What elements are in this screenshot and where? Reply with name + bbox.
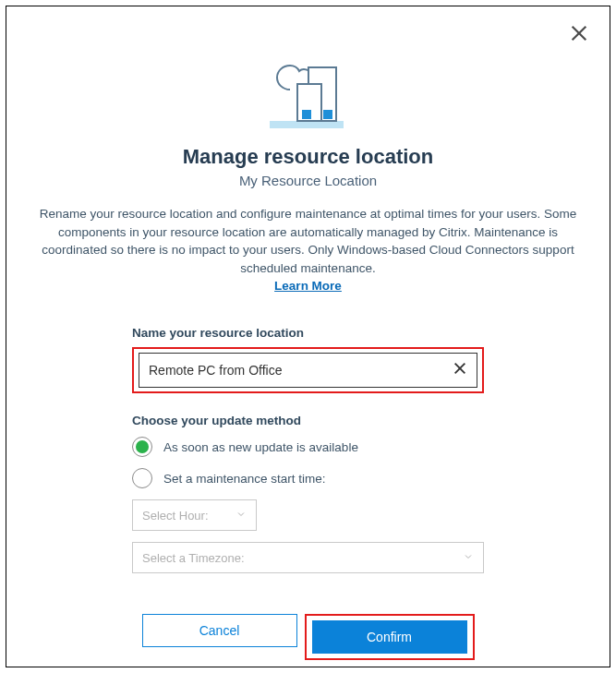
dialog-subtitle: My Resource Location — [29, 173, 587, 188]
dialog-description: Rename your resource location and config… — [29, 205, 587, 277]
manage-resource-location-dialog: Manage resource location My Resource Loc… — [6, 6, 610, 667]
name-input-wrap — [139, 353, 477, 388]
resource-location-hero-icon — [29, 60, 587, 132]
close-button[interactable] — [569, 23, 589, 47]
select-hour-placeholder: Select Hour: — [142, 509, 209, 523]
close-icon — [453, 363, 467, 379]
chevron-down-icon — [236, 509, 247, 523]
svg-rect-2 — [270, 121, 344, 128]
method-field-label: Choose your update method — [132, 414, 484, 427]
select-timezone-placeholder: Select a Timezone: — [142, 551, 245, 565]
svg-rect-5 — [302, 110, 311, 119]
name-input-highlight — [132, 347, 484, 393]
select-timezone-dropdown[interactable]: Select a Timezone: — [132, 542, 484, 573]
chevron-down-icon — [463, 551, 474, 565]
confirm-button[interactable]: Confirm — [312, 620, 467, 654]
select-hour-dropdown[interactable]: Select Hour: — [132, 499, 257, 531]
radio-icon — [132, 468, 152, 488]
update-method-radiogroup: As soon as new update is available Set a… — [132, 437, 484, 488]
form-area: Name your resource location Choose your … — [29, 326, 587, 660]
close-icon — [569, 30, 589, 46]
radio-option-immediate[interactable]: As soon as new update is available — [132, 437, 484, 457]
clear-input-button[interactable] — [453, 361, 467, 379]
dialog-title: Manage resource location — [29, 145, 587, 169]
name-field-label: Name your resource location — [132, 326, 484, 340]
confirm-button-highlight: Confirm — [305, 614, 475, 660]
radio-icon — [132, 437, 152, 457]
cancel-button[interactable]: Cancel — [142, 614, 297, 647]
radio-label-scheduled: Set a maintenance start time: — [163, 472, 326, 486]
learn-more-link[interactable]: Learn More — [29, 279, 587, 293]
radio-label-immediate: As soon as new update is available — [163, 440, 358, 454]
radio-option-scheduled[interactable]: Set a maintenance start time: — [132, 468, 484, 488]
svg-rect-6 — [323, 110, 332, 119]
dialog-button-row: Cancel Confirm — [132, 614, 484, 660]
resource-name-input[interactable] — [149, 354, 453, 387]
